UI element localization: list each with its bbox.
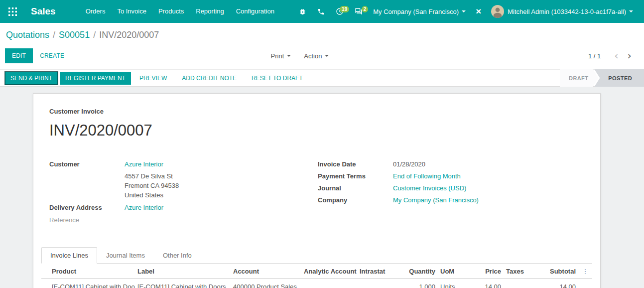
apps-menu-icon[interactable]: [5, 0, 20, 23]
journal-label: Journal: [318, 183, 393, 193]
edit-button[interactable]: EDIT: [5, 48, 33, 63]
col-account[interactable]: Account: [231, 264, 301, 279]
state-pipeline: DRAFT POSTED: [560, 69, 644, 87]
table-row[interactable]: [E-COM11] Cabinet with Doors [E-COM11] C…: [41, 279, 592, 288]
phone-icon[interactable]: [313, 5, 329, 18]
company-switcher-label: My Company (San Francisco): [373, 8, 459, 15]
statusbar: SEND & PRINT REGISTER PAYMENT PREVIEW AD…: [0, 69, 644, 87]
customer-address-line: 4557 De Silva St: [125, 171, 318, 181]
control-center: Print Action: [271, 52, 329, 60]
cell-product[interactable]: [E-COM11] Cabinet with Doors: [41, 279, 135, 288]
nav-item-to-invoice[interactable]: To Invoice: [111, 0, 152, 23]
user-menu[interactable]: Mitchell Admin (1033442-13-0-ac1f7a-all): [487, 0, 637, 23]
register-payment-button[interactable]: REGISTER PAYMENT: [60, 72, 131, 85]
chevron-down-icon: [629, 10, 633, 12]
cell-uom[interactable]: Units: [438, 279, 469, 288]
column-options-icon[interactable]: ⋮: [578, 264, 592, 279]
nav-item-products[interactable]: Products: [152, 0, 190, 23]
document-type-label: Customer Invoice: [49, 108, 584, 115]
notebook-tabs: Invoice Lines Journal Items Other Info: [41, 247, 592, 264]
tab-other-info[interactable]: Other Info: [154, 247, 201, 264]
chevron-down-icon: [462, 10, 466, 12]
nav-item-orders[interactable]: Orders: [80, 0, 112, 23]
col-label[interactable]: Label: [135, 264, 231, 279]
nav-item-configuration[interactable]: Configuration: [230, 0, 280, 23]
breadcrumb-separator: /: [93, 30, 96, 40]
control-left: EDIT CREATE: [5, 48, 71, 63]
col-taxes[interactable]: Taxes: [504, 264, 531, 279]
col-product[interactable]: Product: [41, 264, 135, 279]
invoice-info-left: Customer Azure Interior 4557 De Silva St…: [49, 159, 318, 227]
customer-label: Customer: [49, 159, 125, 169]
col-subtotal[interactable]: Subtotal: [531, 264, 578, 279]
company-link[interactable]: My Company (San Francisco): [393, 196, 479, 204]
col-uom[interactable]: UoM: [438, 264, 469, 279]
action-dropdown[interactable]: Action: [304, 52, 329, 60]
breadcrumb-separator: /: [53, 30, 55, 40]
breadcrumb-current: INV/2020/0007: [99, 30, 159, 40]
company-label: Company: [318, 195, 393, 205]
delivery-address-link[interactable]: Azure Interior: [125, 204, 163, 211]
app-name[interactable]: Sales: [31, 6, 56, 17]
activities-badge: 19: [340, 6, 349, 12]
close-debug-icon[interactable]: ×: [472, 0, 485, 23]
pager-next-icon[interactable]: ›: [623, 51, 636, 61]
cell-price[interactable]: 14.00: [469, 279, 504, 288]
activities-clock-icon[interactable]: 19: [331, 5, 348, 18]
cell-quantity[interactable]: 1.000: [392, 279, 438, 288]
create-button[interactable]: CREATE: [33, 48, 71, 63]
user-name: Mitchell Admin (1033442-13-0-ac1f7a-all): [508, 8, 626, 15]
reference-label: Reference: [49, 215, 125, 225]
invoice-number-title: INV/2020/0007: [49, 122, 584, 140]
state-draft[interactable]: DRAFT: [560, 69, 598, 87]
cell-account[interactable]: 400000 Product Sales: [231, 279, 301, 288]
print-dropdown-label: Print: [271, 52, 284, 60]
cell-subtotal[interactable]: 14.00: [531, 279, 578, 288]
chevron-down-icon: [287, 55, 291, 57]
pager-count: 1 / 1: [588, 52, 601, 60]
breadcrumb: Quotations/S00051/INV/2020/0007: [6, 30, 636, 40]
customer-link[interactable]: Azure Interior: [125, 160, 163, 168]
col-intrastat[interactable]: Intrastat: [357, 264, 392, 279]
top-navbar: Sales Orders To Invoice Products Reporti…: [0, 0, 644, 23]
state-posted[interactable]: POSTED: [594, 69, 644, 87]
navbar-right: 19 2 My Company (San Francisco) × Mitche…: [294, 0, 637, 23]
col-quantity[interactable]: Quantity: [392, 264, 438, 279]
payment-terms-link[interactable]: End of Following Month: [393, 172, 461, 180]
avatar: [491, 5, 504, 18]
cell-intrastat[interactable]: [357, 279, 392, 288]
messages-chat-icon[interactable]: 2: [350, 5, 367, 18]
invoice-lines-table: Product Label Account Analytic Account I…: [41, 264, 592, 288]
company-switcher[interactable]: My Company (San Francisco): [369, 0, 470, 23]
chevron-down-icon: [325, 55, 329, 57]
control-panel: Quotations/S00051/INV/2020/0007 EDIT CRE…: [0, 23, 644, 69]
col-price[interactable]: Price: [469, 264, 504, 279]
cell-taxes[interactable]: [504, 279, 531, 288]
invoice-info-right: Invoice Date 01/28/2020 Payment Terms En…: [318, 159, 584, 227]
invoice-date-value[interactable]: 01/28/2020: [393, 159, 425, 169]
table-header-row: Product Label Account Analytic Account I…: [41, 264, 592, 279]
col-analytic-account[interactable]: Analytic Account: [301, 264, 357, 279]
tab-journal-items[interactable]: Journal Items: [97, 247, 154, 264]
pager-prev-icon[interactable]: ‹: [610, 51, 623, 61]
print-dropdown[interactable]: Print: [271, 52, 291, 60]
add-credit-note-button[interactable]: ADD CREDIT NOTE: [175, 72, 243, 85]
journal-link[interactable]: Customer Invoices (USD): [393, 184, 466, 192]
action-dropdown-label: Action: [304, 52, 322, 60]
cell-analytic-account[interactable]: [301, 279, 357, 288]
tab-invoice-lines[interactable]: Invoice Lines: [41, 247, 97, 264]
reset-to-draft-button[interactable]: RESET TO DRAFT: [245, 72, 309, 85]
cell-label[interactable]: [E-COM11] Cabinet with Doors: [135, 279, 231, 288]
invoice-date-label: Invoice Date: [318, 159, 393, 169]
nav-item-reporting[interactable]: Reporting: [190, 0, 230, 23]
debug-bug-icon[interactable]: [294, 5, 311, 18]
breadcrumb-quotations[interactable]: Quotations: [6, 30, 49, 40]
grid-icon: [8, 7, 17, 16]
breadcrumb-s00051[interactable]: S00051: [59, 30, 90, 40]
invoice-sheet: Customer Invoice INV/2020/0007 Customer …: [33, 93, 601, 288]
customer-address-line: United States: [125, 190, 318, 200]
send-print-button[interactable]: SEND & PRINT: [5, 72, 58, 85]
delivery-address-label: Delivery Address: [49, 203, 125, 212]
preview-button[interactable]: PREVIEW: [133, 72, 173, 85]
messages-badge: 2: [362, 6, 369, 12]
